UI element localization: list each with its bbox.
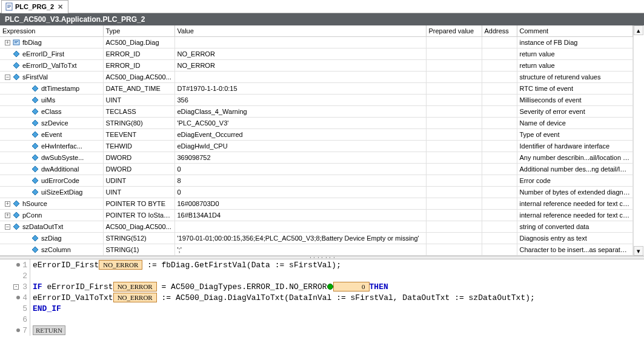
col-value[interactable]: Value <box>174 25 426 37</box>
fold-icon[interactable]: - <box>13 284 19 290</box>
scroll-down-icon[interactable]: ▾ <box>634 246 643 256</box>
table-row[interactable]: szColumnSTRING(1)';'Character to be inse… <box>0 244 633 256</box>
row-value[interactable]: 0 <box>174 187 426 198</box>
table-row[interactable]: −szDataOutTxtAC500_Diag.AC500...string o… <box>0 221 633 233</box>
row-value[interactable] <box>174 37 426 48</box>
col-comment[interactable]: Comment <box>517 25 633 37</box>
col-address[interactable]: Address <box>482 25 517 37</box>
row-prepared[interactable] <box>426 95 482 106</box>
table-row[interactable]: udErrorCodeUDINT8Error code <box>0 175 633 187</box>
scroll-up-icon[interactable]: ▴ <box>634 25 643 35</box>
variable-icon <box>32 188 39 196</box>
row-value[interactable]: 369098752 <box>174 152 426 164</box>
row-value[interactable]: 16#B134A1D4 <box>174 210 426 221</box>
row-value[interactable] <box>174 221 426 233</box>
row-name: szColumn <box>41 246 71 253</box>
row-address <box>482 164 517 175</box>
row-prepared[interactable] <box>426 210 482 221</box>
breakpoint-indicator-icon[interactable] <box>327 284 333 290</box>
svg-marker-10 <box>32 85 38 92</box>
row-type: AC500_Diag.AC500... <box>103 221 174 233</box>
table-row[interactable]: uiSizeExtDiagUINT0Number of bytes of ext… <box>0 187 633 198</box>
row-value[interactable]: NO_ERROR <box>174 48 426 60</box>
vertical-scrollbar[interactable]: ▴ ▾ <box>633 25 644 256</box>
table-row[interactable]: eErrorID_FirstERROR_IDNO_ERRORreturn val… <box>0 48 633 60</box>
table-row[interactable]: dwAdditionalDWORD0Additional number des.… <box>0 164 633 175</box>
row-prepared[interactable] <box>426 60 482 72</box>
row-type: UINT <box>103 95 174 106</box>
watch-grid[interactable]: Expression Type Value Prepared value Add… <box>0 25 633 256</box>
table-row[interactable]: dwSubSyste...DWORD369098752Any number de… <box>0 152 633 164</box>
row-type: POINTER TO BYTE <box>103 198 174 210</box>
row-prepared[interactable] <box>426 118 482 129</box>
svg-marker-13 <box>32 120 38 126</box>
table-row[interactable]: −sFirstValAC500_Diag.AC500...structure o… <box>0 72 633 83</box>
row-value[interactable]: eDiagHwId_CPU <box>174 141 426 152</box>
row-prepared[interactable] <box>426 72 482 83</box>
col-expression[interactable]: Expression <box>0 25 103 37</box>
row-value[interactable]: 356 <box>174 95 426 106</box>
table-row[interactable]: szDeviceSTRING(80)'PLC_AC500_V3'Name of … <box>0 118 633 129</box>
row-prepared[interactable] <box>426 152 482 164</box>
row-comment: Additional number des...ng detail/locati… <box>517 164 633 175</box>
table-row[interactable]: +pConnPOINTER TO IoStan...16#B134A1D4int… <box>0 210 633 221</box>
row-address <box>482 187 517 198</box>
table-row[interactable]: eHwInterfac...TEHWIDeDiagHwId_CPUIdentif… <box>0 141 633 152</box>
expand-icon[interactable]: + <box>5 213 10 218</box>
row-prepared[interactable] <box>426 175 482 187</box>
row-name: szDiag <box>41 235 62 242</box>
table-row[interactable]: eErrorID_ValToTxtERROR_IDNO_ERRORreturn … <box>0 60 633 72</box>
row-prepared[interactable] <box>426 244 482 256</box>
row-prepared[interactable] <box>426 198 482 210</box>
variable-icon <box>13 211 20 219</box>
table-row[interactable]: +hSourcePOINTER TO BYTE16#008703D0intern… <box>0 198 633 210</box>
row-type: STRING(80) <box>103 118 174 129</box>
row-prepared[interactable] <box>426 106 482 118</box>
close-icon[interactable]: ✕ <box>56 3 64 11</box>
table-row[interactable]: eEventTEEVENTeDiagEvent_OccurredType of … <box>0 129 633 141</box>
table-row[interactable]: uiMsUINT356Milliseconds of event <box>0 95 633 106</box>
table-row[interactable]: szDiagSTRING(512)'1970-01-01;00:00:15,35… <box>0 233 633 244</box>
row-value[interactable] <box>174 72 426 83</box>
row-value[interactable]: 16#008703D0 <box>174 198 426 210</box>
row-value[interactable]: NO_ERROR <box>174 60 426 72</box>
variable-icon <box>13 73 20 81</box>
row-prepared[interactable] <box>426 129 482 141</box>
row-value[interactable]: eDiagClass_4_Warning <box>174 106 426 118</box>
row-type: DATE_AND_TIME <box>103 83 174 95</box>
row-type: ERROR_ID <box>103 48 174 60</box>
row-comment: Number of bytes of extended diagnosis da… <box>517 187 633 198</box>
row-prepared[interactable] <box>426 187 482 198</box>
row-value[interactable]: '1970-01-01;00:00:15,356;E4;PLC_AC500_V3… <box>174 233 426 244</box>
tab-active[interactable]: PLC_PRG_2 ✕ <box>1 0 68 13</box>
row-prepared[interactable] <box>426 221 482 233</box>
row-prepared[interactable] <box>426 83 482 95</box>
row-value[interactable]: ';' <box>174 244 426 256</box>
code-body[interactable]: eErrorID_FirstNO_ERROR := fbDiag.GetFirs… <box>30 259 644 336</box>
expand-icon[interactable]: + <box>5 201 10 207</box>
row-prepared[interactable] <box>426 233 482 244</box>
collapse-icon[interactable]: − <box>5 75 10 80</box>
row-value[interactable]: 0 <box>174 164 426 175</box>
table-row[interactable]: eClassTECLASSeDiagClass_4_WarningSeverit… <box>0 106 633 118</box>
col-prepared[interactable]: Prepared value <box>426 25 482 37</box>
col-type[interactable]: Type <box>103 25 174 37</box>
row-prepared[interactable] <box>426 164 482 175</box>
row-value[interactable]: 8 <box>174 175 426 187</box>
code-editor[interactable]: 1 2 -3 4 5 6 7 eErrorID_FirstNO_ERROR :=… <box>0 259 644 336</box>
expand-icon[interactable]: + <box>5 40 10 45</box>
row-prepared[interactable] <box>426 48 482 60</box>
row-prepared[interactable] <box>426 37 482 48</box>
row-comment: Character to be insert...as separator be… <box>517 244 633 256</box>
table-row[interactable]: +fbDiagAC500_Diag.Diaginstance of FB Dia… <box>0 37 633 48</box>
row-prepared[interactable] <box>426 141 482 152</box>
row-comment: Name of device <box>517 118 633 129</box>
row-value[interactable]: 'PLC_AC500_V3' <box>174 118 426 129</box>
collapse-icon[interactable]: − <box>5 224 10 230</box>
row-value[interactable]: eDiagEvent_Occurred <box>174 129 426 141</box>
row-value[interactable]: DT#1970-1-1-0:0:15 <box>174 83 426 95</box>
grid-header: Expression Type Value Prepared value Add… <box>0 25 633 37</box>
table-row[interactable]: dtTimestampDATE_AND_TIMEDT#1970-1-1-0:0:… <box>0 83 633 95</box>
svg-marker-20 <box>13 201 19 207</box>
code-ident: eErrorID_First <box>42 282 113 291</box>
